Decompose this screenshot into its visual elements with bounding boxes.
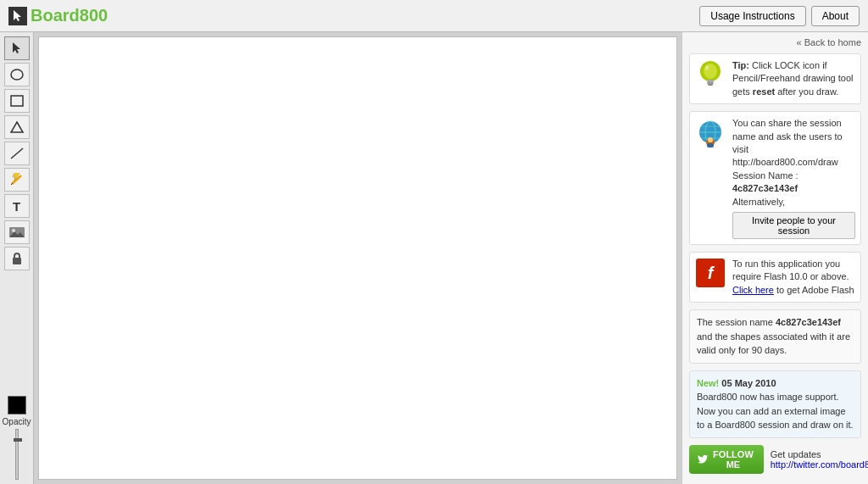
usage-instructions-button[interactable]: Usage Instructions [699,6,805,26]
logo-suffix: 800 [80,6,108,25]
pencil-icon [9,173,25,186]
tip-card: Tip: Click LOCK icon if Pencil/Freehand … [689,53,861,104]
tip-body: Click LOCK icon if Pencil/Freehand drawi… [732,60,853,97]
tool-ellipse[interactable] [4,63,30,86]
about-button[interactable]: About [811,6,860,26]
back-to-home-link[interactable]: « Back to home [797,37,861,47]
share-text: You can share the session name and ask t… [732,117,855,239]
follow-text-area: Get updates http://twitter.com/board800 [771,449,868,470]
main-area: T Opacity « Back to home [0,32,868,484]
svg-marker-0 [14,10,21,21]
color-swatch[interactable] [8,396,26,414]
twitter-bird-icon [698,453,708,465]
tip-icon [695,59,726,90]
svg-point-15 [704,64,717,79]
tool-line[interactable] [4,142,30,165]
svg-line-5 [11,148,23,159]
line-icon [9,147,25,160]
globe-icon [696,116,725,148]
share-card: You can share the session name and ask t… [689,111,861,245]
svg-point-2 [11,70,23,80]
tool-triangle[interactable] [4,115,30,139]
session-info-prefix: The session name [697,317,776,327]
svg-rect-3 [11,96,23,106]
news-new-label: New! [697,378,719,388]
header: Board800 Usage Instructions About [0,0,868,32]
svg-rect-18 [708,84,713,86]
lightbulb-icon [697,59,724,90]
tip-text: Tip: Click LOCK icon if Pencil/Freehand … [732,59,855,98]
logo-text: Board800 [31,6,108,25]
session-name-label: Session Name : 4c827c3e143ef [732,170,798,193]
svg-point-26 [708,137,713,142]
image-icon [8,225,25,239]
toolbar: T Opacity [0,32,34,484]
flash-text: To run this application you require Flas… [732,258,855,297]
opacity-label: Opacity [3,417,31,426]
flash-icon: f [696,259,725,287]
cursor-icon [12,9,24,23]
logo-area: Board800 [8,6,108,25]
tool-image[interactable] [4,220,30,244]
follow-box: FOLLOW ME Get updates http://twitter.com… [689,445,861,474]
session-name-value: 4c827c3e143ef [732,183,798,193]
lock-icon [10,252,24,265]
select-icon [11,42,23,55]
triangle-icon [9,120,25,134]
news-box: New! 05 May 2010 Board800 now has image … [689,370,861,438]
tool-lock[interactable] [4,247,30,270]
flash-link[interactable]: Click here [732,285,774,295]
share-body: You can share the session name and ask t… [732,118,843,167]
flash-body: To run this application you require Flas… [732,259,849,281]
tool-rectangle[interactable] [4,89,30,113]
opacity-slider-thumb[interactable] [14,438,22,442]
tip-bold-label: Tip: [732,60,749,70]
flash-icon-container: f [695,258,726,288]
rectangle-icon [9,94,25,108]
svg-point-12 [12,229,15,232]
svg-rect-13 [13,258,21,264]
header-buttons: Usage Instructions About [699,6,860,26]
get-updates-label: Get updates [771,449,821,459]
ellipse-icon [9,68,25,81]
tool-text[interactable]: T [4,194,30,218]
flash-suffix: to get Adobe Flash [776,285,854,295]
follow-button-label: FOLLOW ME [711,449,754,470]
svg-point-19 [705,65,709,70]
session-info-name: 4c827c3e143ef [776,317,841,327]
back-to-home: « Back to home [689,36,861,48]
flash-card: f To run this application you require Fl… [689,252,861,303]
opacity-section: Opacity [3,396,31,484]
tool-pencil[interactable] [4,168,30,192]
twitter-link[interactable]: http://twitter.com/board800 [771,459,868,470]
news-date: 05 May 2010 [719,378,776,388]
svg-marker-4 [11,122,23,132]
drawing-canvas[interactable] [38,36,677,480]
follow-button[interactable]: FOLLOW ME [689,445,764,474]
svg-rect-27 [707,143,714,147]
session-info-box: The session name 4c827c3e143ef and the s… [689,309,861,364]
tool-select[interactable] [4,36,30,60]
globe-icon-container [695,117,726,147]
svg-rect-17 [707,82,714,84]
logo-cursor-box [8,7,27,25]
alternatively-label: Alternatively, [732,197,785,207]
logo-prefix: Board [31,6,80,25]
svg-marker-1 [13,42,20,53]
svg-rect-16 [707,80,714,82]
news-text: Board800 now has image support. Now you … [697,392,854,430]
sidebar: « Back to home Tip: Click LOCK icon if P… [682,32,868,484]
session-info-suffix: and the shapes associated with it are va… [697,331,850,356]
invite-button[interactable]: Invite people to your session [732,212,855,239]
opacity-slider-track [15,429,19,480]
